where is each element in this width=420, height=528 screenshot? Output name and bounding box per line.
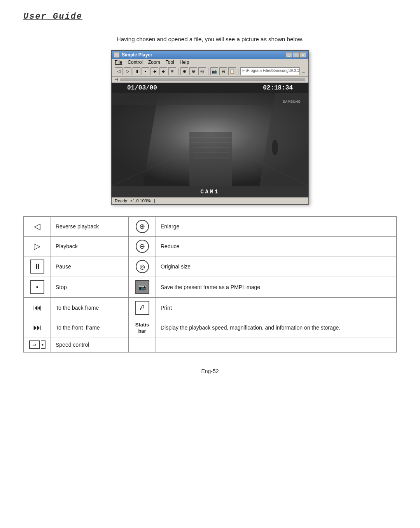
menu-file[interactable]: File — [115, 60, 122, 65]
label-print: Print — [156, 298, 397, 318]
label-status-bar: Display the playback speed, magnificatio… — [156, 318, 397, 337]
controls-table: ◁ Reverse playback ⊕ Enlarge ▷ Playback … — [23, 216, 397, 353]
page-number: Eng-52 — [23, 368, 397, 374]
player-video-area: SAMSUNG — [112, 93, 308, 186]
speed-control-icon: ≡▪ ▼ — [29, 340, 46, 349]
toolbar-separator-3 — [238, 68, 238, 75]
icon-cell-enlarge: ⊕ — [129, 217, 156, 237]
video-scene-svg: SAMSUNG — [112, 93, 308, 186]
player-info-row: 01/03/00 02:18:34 — [112, 83, 308, 93]
label-save-frame: Save the present frame as a PMPI image — [156, 277, 397, 298]
tb-zoom-out-button[interactable]: ⊖ — [189, 67, 197, 75]
player-menubar: File Control Zoom Tool Help — [112, 59, 308, 66]
reverse-playback-icon: ◁ — [34, 222, 40, 231]
icon-cell-reduce: ⊖ — [129, 237, 156, 256]
label-reduce: Reduce — [156, 237, 397, 256]
label-enlarge: Enlarge — [156, 217, 397, 237]
svg-rect-3 — [112, 93, 308, 105]
table-row: ▪ Stop 📷 Save the present frame as a PMP… — [24, 277, 397, 298]
tb-stop-button[interactable]: ▪ — [142, 67, 149, 75]
icon-cell-reverse: ◁ — [24, 217, 51, 237]
close-button[interactable]: × — [300, 52, 306, 58]
player-win-controls: _ □ × — [286, 52, 306, 58]
player-toolbar: ◁ ▷ ⏸ ▪ ⏮ ⏭ ≡ ⊕ ⊖ ◎ 📷 🖨 📋 F:\Program Fil… — [112, 66, 308, 77]
table-row: ⏮ To the back frame 🖨 Print — [24, 298, 397, 318]
slider-start-label: ⊣ — [115, 77, 118, 82]
playback-icon: ▷ — [34, 242, 40, 251]
player-titlebar-left: Simple Player — [114, 52, 152, 58]
label-reverse-playback: Reverse playback — [51, 217, 129, 237]
menu-help[interactable]: Help — [180, 60, 189, 65]
icon-cell-empty — [129, 337, 156, 353]
table-row: ≡▪ ▼ Speed control — [24, 337, 397, 353]
tb-speed-button[interactable]: ≡ — [168, 67, 176, 75]
player-slider-row: ⊣ — [112, 77, 308, 83]
tb-original-size-button[interactable]: ◎ — [198, 67, 206, 75]
path-more[interactable]: ... — [302, 69, 305, 74]
tb-back-frame-button[interactable]: ⏮ — [150, 67, 158, 75]
file-path: F:\Program Files\Samsung\SCC21\EBVH0- — [240, 67, 300, 75]
status-bar-label-text: Statisbar — [135, 322, 149, 334]
speed-main-icon: ≡▪ — [29, 340, 40, 349]
reduce-icon: ⊖ — [136, 240, 149, 253]
icon-cell-back-frame: ⏮ — [24, 298, 51, 318]
table-row: ◁ Reverse playback ⊕ Enlarge — [24, 217, 397, 237]
tb-extra-button[interactable]: 📋 — [228, 67, 236, 75]
minimize-button[interactable]: _ — [286, 52, 292, 58]
player-title: Simple Player — [122, 52, 152, 58]
icon-cell-original-size: ◎ — [129, 256, 156, 277]
table-row: ⏸ Pause ◎ Original size — [24, 256, 397, 277]
intro-text: Having chosen and opened a file, you wil… — [23, 36, 397, 42]
table-row: ▷ Playback ⊖ Reduce — [24, 237, 397, 256]
save-frame-icon: 📷 — [135, 280, 149, 294]
video-scene: SAMSUNG — [112, 93, 308, 186]
player-statusbar: Ready ×1.0 100% | — [112, 197, 308, 204]
svg-rect-8 — [189, 132, 232, 186]
icon-cell-forward-frame: ⏭ — [24, 318, 51, 337]
page-title: User Guide — [23, 12, 82, 21]
icon-cell-play: ▷ — [24, 237, 51, 256]
icon-cell-status-bar: Statisbar — [129, 318, 156, 337]
label-pause: Pause — [51, 256, 129, 277]
icon-cell-print: 🖨 — [129, 298, 156, 318]
label-stop: Stop — [51, 277, 129, 298]
playback-slider[interactable] — [121, 79, 305, 81]
enlarge-icon: ⊕ — [136, 220, 149, 233]
icon-cell-speed: ≡▪ ▼ — [24, 337, 51, 353]
speed-dropdown-icon: ▼ — [41, 340, 46, 349]
menu-zoom[interactable]: Zoom — [148, 60, 160, 65]
original-size-icon: ◎ — [136, 260, 149, 273]
back-frame-icon: ⏮ — [33, 303, 42, 312]
tb-play-button[interactable]: ▷ — [124, 67, 131, 75]
player-window: Simple Player _ □ × File Control Zoom To… — [111, 50, 309, 205]
maximize-button[interactable]: □ — [293, 52, 299, 58]
tb-save-frame-button[interactable]: 📷 — [210, 67, 218, 75]
label-original-size: Original size — [156, 256, 397, 277]
playback-date: 01/03/00 — [127, 84, 157, 91]
pause-icon: ⏸ — [30, 260, 44, 274]
tb-reverse-button[interactable]: ◁ — [115, 67, 122, 75]
svg-point-14 — [272, 140, 278, 155]
status-text: Ready — [115, 198, 127, 203]
forward-frame-icon: ⏭ — [33, 323, 42, 332]
zoom-level: ×1.0 100% — [130, 198, 151, 203]
icon-cell-save-frame: 📷 — [129, 277, 156, 298]
toolbar-separator — [178, 68, 178, 75]
player-titlebar: Simple Player _ □ × — [112, 51, 308, 59]
icon-cell-pause: ⏸ — [24, 256, 51, 277]
table-row: ⏭ To the front frame Statisbar Display t… — [24, 318, 397, 337]
menu-control[interactable]: Control — [128, 60, 143, 65]
tb-zoom-in-button[interactable]: ⊕ — [180, 67, 188, 75]
tb-pause-button[interactable]: ⏸ — [133, 67, 140, 75]
tb-forward-frame-button[interactable]: ⏭ — [159, 67, 167, 75]
menu-tool[interactable]: Tool — [166, 60, 174, 65]
svg-text:SAMSUNG: SAMSUNG — [283, 100, 301, 103]
label-back-frame: To the back frame — [51, 298, 129, 318]
status-bar-pipe: | — [154, 198, 155, 203]
stop-icon: ▪ — [30, 280, 44, 294]
label-empty — [156, 337, 397, 353]
label-forward-frame: To the front frame — [51, 318, 129, 337]
tb-print-button[interactable]: 🖨 — [219, 67, 227, 75]
label-speed-control: Speed control — [51, 337, 129, 353]
player-app-icon — [114, 52, 119, 58]
